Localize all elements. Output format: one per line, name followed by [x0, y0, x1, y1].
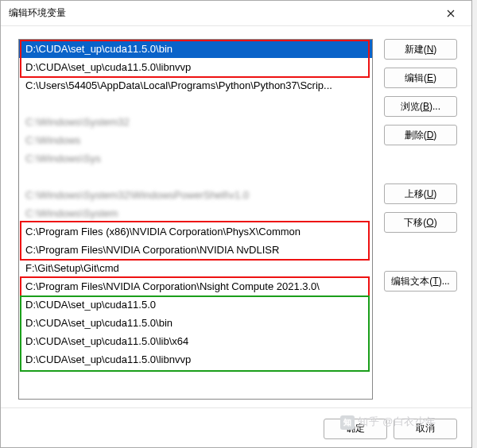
new-button[interactable]: 新建(N)	[384, 39, 457, 60]
list-item[interactable]	[19, 95, 372, 113]
btn-label: 编辑(	[405, 71, 427, 85]
list-item[interactable]: C:\Users\54405\AppData\Local\Programs\Py…	[19, 76, 372, 95]
list-item[interactable]: C:\Windows\Sys	[19, 149, 372, 168]
window-title: 编辑环境变量	[9, 6, 433, 20]
list-item[interactable]	[19, 168, 372, 186]
btn-key: T	[432, 276, 438, 287]
list-item[interactable]: C:\Program Files\NVIDIA Corporation\NVID…	[19, 241, 372, 259]
btn-key: D	[427, 129, 434, 141]
btn-label: 删除(	[405, 129, 427, 142]
close-icon	[447, 7, 455, 20]
move-up-button[interactable]: 上移(U)	[384, 183, 457, 204]
list-item[interactable]: C:\Windows\System	[19, 204, 372, 222]
btn-key: E	[427, 72, 433, 83]
edit-button[interactable]: 编辑(E)	[384, 68, 457, 88]
dialog-content: D:\CUDA\set_up\cuda11.5.0\binD:\CUDA\set…	[1, 26, 471, 407]
btn-tail: )...	[429, 101, 440, 112]
list-item[interactable]: D:\CUDA\set_up\cuda11.5.0\lib\x64	[19, 332, 372, 350]
ok-button[interactable]: 确定	[324, 419, 387, 439]
btn-label: 浏览(	[401, 100, 423, 114]
list-item[interactable]: C:\Program Files (x86)\NVIDIA Corporatio…	[19, 222, 372, 241]
btn-label: 上移(	[405, 187, 427, 201]
btn-key: B	[423, 101, 429, 112]
cancel-button[interactable]: 取消	[394, 419, 457, 439]
btn-label: 编辑文本(	[391, 275, 432, 288]
side-buttons: 新建(N) 编辑(E) 浏览(B)... 删除(D) 上移(U) 下移(O) 编…	[384, 39, 457, 400]
browse-button[interactable]: 浏览(B)...	[384, 96, 457, 117]
path-listbox[interactable]: D:\CUDA\set_up\cuda11.5.0\binD:\CUDA\set…	[18, 39, 373, 400]
close-button[interactable]	[433, 2, 468, 25]
list-item[interactable]: C:\Program Files\NVIDIA Corporation\Nsig…	[19, 277, 372, 295]
list-item[interactable]: D:\CUDA\set_up\cuda11.5.0\libnvvp	[19, 58, 372, 76]
btn-tail: )...	[439, 276, 450, 287]
list-item[interactable]: D:\CUDA\set_up\cuda11.5.0	[19, 295, 372, 314]
btn-label: 下移(	[404, 216, 426, 230]
btn-tail: )	[434, 217, 437, 228]
list-item[interactable]: C:\Windows	[19, 131, 372, 149]
edit-text-button[interactable]: 编辑文本(T)...	[384, 271, 457, 292]
spacer	[384, 153, 457, 176]
list-item[interactable]: F:\Git\Setup\Git\cmd	[19, 259, 372, 277]
btn-tail: )	[433, 188, 436, 199]
dialog-footer: 确定 取消 知知乎 @白衣少年	[1, 407, 471, 447]
move-down-button[interactable]: 下移(O)	[384, 212, 457, 233]
btn-key: O	[426, 217, 433, 228]
btn-key: N	[427, 44, 434, 55]
list-item[interactable]: D:\CUDA\set_up\cuda11.5.0\libnvvp	[19, 350, 372, 369]
delete-button[interactable]: 删除(D)	[384, 125, 457, 145]
titlebar: 编辑环境变量	[1, 1, 471, 26]
btn-key: U	[427, 188, 434, 199]
list-item[interactable]: D:\CUDA\set_up\cuda11.5.0\bin	[19, 40, 372, 58]
btn-tail: )	[433, 72, 436, 83]
btn-tail: )	[433, 129, 436, 141]
list-item[interactable]: D:\CUDA\set_up\cuda11.5.0\bin	[19, 314, 372, 332]
list-item[interactable]: C:\Windows\System32\WindowsPowerShell\v1…	[19, 186, 372, 204]
spacer	[384, 241, 457, 263]
btn-label: 新建(	[405, 43, 427, 56]
dialog-window: 编辑环境变量 D:\CUDA\set_up\cuda11.5.0\binD:\C…	[0, 0, 472, 448]
list-item[interactable]: C:\Windows\System32	[19, 113, 372, 131]
btn-tail: )	[433, 44, 436, 55]
